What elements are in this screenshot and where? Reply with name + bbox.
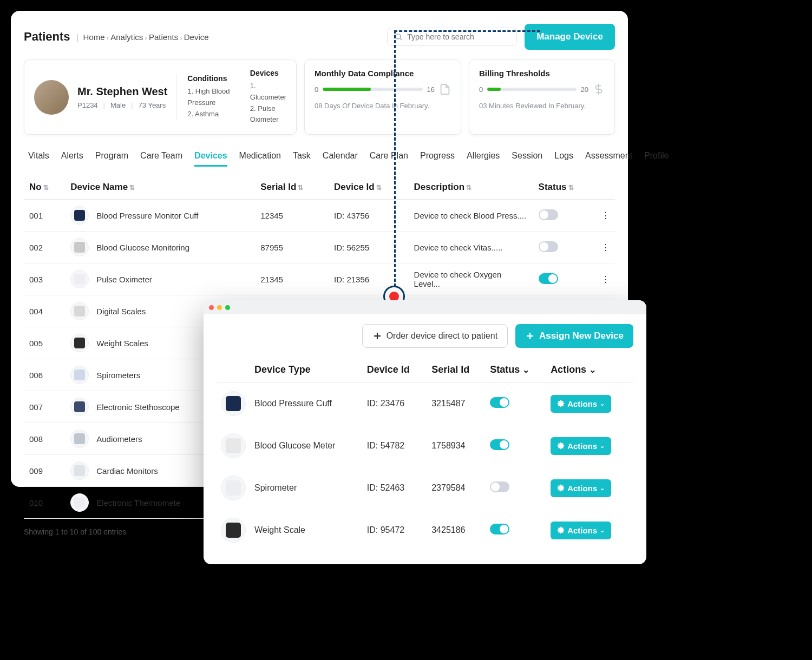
row-menu-button[interactable]: ⋮	[596, 232, 615, 263]
breadcrumb-link[interactable]: Analytics	[110, 32, 143, 42]
chevron-down-icon: ⌄	[522, 365, 529, 374]
close-dot-icon[interactable]	[209, 305, 214, 310]
col-desc[interactable]: Description⇅	[409, 175, 533, 200]
status-toggle[interactable]	[490, 481, 509, 492]
device-name: Spirometers	[96, 371, 140, 380]
tab-allergies[interactable]: Allergies	[467, 147, 500, 167]
breadcrumb-link[interactable]: Patients	[149, 32, 178, 42]
device-icon	[70, 270, 89, 288]
col-status[interactable]: Status⇅	[533, 175, 596, 200]
billing-card: Billing Thresholds 0 20 03 Minutes Revie…	[469, 60, 615, 135]
tab-profile[interactable]: Profile	[644, 147, 669, 167]
device-icon	[70, 366, 89, 384]
tab-session[interactable]: Session	[512, 147, 542, 167]
sort-icon: ⇅	[466, 184, 472, 192]
status-toggle[interactable]	[539, 241, 558, 252]
gear-icon	[557, 400, 565, 407]
row-actions-button[interactable]: Actions ⌄	[551, 522, 611, 539]
device-icon	[70, 430, 89, 448]
device-icon	[221, 476, 246, 500]
col-status[interactable]: Status ⌄	[486, 358, 546, 382]
status-toggle[interactable]	[539, 273, 558, 284]
device-name: Cardiac Monitors	[96, 466, 158, 476]
col-no[interactable]: No⇅	[24, 175, 65, 200]
col-serial[interactable]: Serial Id	[427, 358, 486, 382]
tab-alerts[interactable]: Alerts	[61, 147, 83, 167]
status-toggle[interactable]	[490, 524, 509, 534]
tab-assessment[interactable]: Assessment	[585, 147, 632, 167]
sort-icon: ⇅	[298, 184, 303, 192]
device-icon	[70, 206, 89, 225]
tab-care-team[interactable]: Care Team	[140, 147, 182, 167]
document-icon	[439, 83, 451, 95]
svg-point-0	[396, 34, 401, 39]
status-toggle[interactable]	[539, 209, 558, 220]
sort-icon: ⇅	[43, 184, 49, 192]
tab-logs[interactable]: Logs	[554, 147, 573, 167]
minimize-dot-icon[interactable]	[217, 305, 222, 310]
order-device-button[interactable]: Order device direct to patient	[362, 324, 508, 348]
device-icon	[70, 461, 89, 480]
col-serial[interactable]: Serial Id⇅	[255, 175, 329, 200]
sort-icon: ⇅	[376, 184, 382, 192]
device-icon	[221, 391, 246, 416]
col-devid[interactable]: Device Id	[363, 358, 427, 382]
summary-cards: Mr. Stephen West P1234| Male| 73 Years C…	[24, 60, 615, 135]
device-icon	[70, 334, 89, 352]
manage-device-button[interactable]: Manage Device	[525, 24, 615, 50]
tab-medication[interactable]: Medication	[239, 147, 281, 167]
device-name: Electronic Thermomete	[96, 498, 180, 507]
device-name: Audiometers	[96, 434, 142, 444]
compliance-card: Monthly Data Compliance 0 16 08 Days Of …	[304, 60, 461, 135]
status-toggle[interactable]	[490, 397, 509, 408]
device-icon	[70, 398, 89, 416]
col-actions[interactable]: Actions ⌄	[546, 358, 633, 382]
zoom-dot-icon[interactable]	[225, 305, 230, 310]
table-row: Weight ScaleID: 954723425186 Actions ⌄	[217, 509, 633, 551]
topbar: Patients | Home › Analytics › Patients ›…	[24, 24, 615, 50]
conditions-block: Conditions 1. High Blood Pressure 2. Ast…	[176, 74, 230, 120]
tab-vitals[interactable]: Vitals	[28, 147, 49, 167]
assign-device-popup: Order device direct to patient Assign Ne…	[204, 300, 646, 564]
row-actions-button[interactable]: Actions ⌄	[551, 437, 611, 455]
breadcrumb-link[interactable]: Device	[184, 32, 209, 42]
tab-progress[interactable]: Progress	[420, 147, 455, 167]
gear-icon	[557, 526, 565, 534]
device-type: Blood Pressure Cuff	[250, 382, 363, 425]
row-menu-button[interactable]: ⋮	[596, 263, 615, 295]
row-actions-button[interactable]: Actions ⌄	[551, 395, 611, 413]
patient-meta: P1234| Male| 73 Years	[77, 101, 167, 109]
col-name[interactable]: Device Name⇅	[65, 175, 255, 200]
tab-calendar[interactable]: Calendar	[323, 147, 358, 167]
device-icon	[70, 493, 89, 512]
devices-block: Devices 1. Glucometer 2. Pulse Oximeter	[239, 69, 286, 126]
tab-devices[interactable]: Devices	[194, 147, 227, 167]
tabs: VitalsAlertsProgramCare TeamDevicesMedic…	[24, 147, 615, 167]
assign-device-button[interactable]: Assign New Device	[515, 324, 633, 348]
gear-icon	[557, 442, 565, 450]
device-name: Digital Scales	[96, 307, 146, 316]
tab-care-plan[interactable]: Care Plan	[370, 147, 408, 167]
table-row: 001Blood Pressure Monitor Cuff12345ID: 4…	[24, 200, 615, 232]
status-toggle[interactable]	[490, 439, 509, 450]
search-input[interactable]	[407, 32, 510, 41]
device-icon	[70, 302, 89, 320]
breadcrumb: Patients | Home › Analytics › Patients ›…	[24, 30, 209, 44]
callout-line	[394, 30, 396, 296]
compliance-bar	[323, 88, 422, 91]
tab-program[interactable]: Program	[95, 147, 128, 167]
device-name: Blood Glucose Monitoring	[96, 243, 189, 252]
table-row: Blood Pressure CuffID: 234763215487 Acti…	[217, 382, 633, 425]
row-actions-button[interactable]: Actions ⌄	[551, 479, 611, 497]
device-type: Blood Glucose Meter	[250, 425, 363, 467]
row-menu-button[interactable]: ⋮	[596, 200, 615, 232]
device-name: Weight Scales	[96, 339, 148, 348]
tab-task[interactable]: Task	[293, 147, 311, 167]
device-icon	[221, 518, 246, 543]
billing-bar	[487, 88, 576, 91]
col-devid[interactable]: Device Id⇅	[329, 175, 409, 200]
gear-icon	[557, 484, 565, 492]
device-icon	[221, 433, 246, 458]
breadcrumb-link[interactable]: Home	[83, 32, 105, 42]
col-type[interactable]: Device Type	[250, 358, 363, 382]
